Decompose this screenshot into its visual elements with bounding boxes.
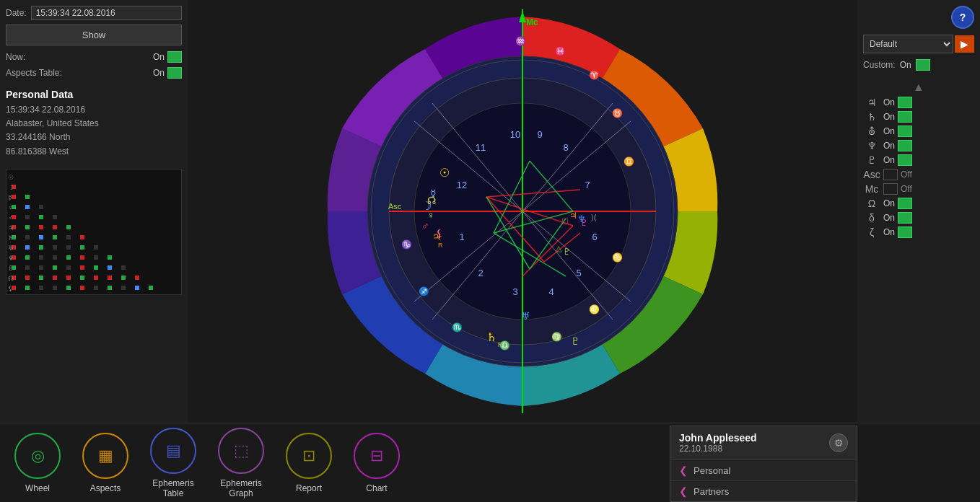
- planet-status-asc: Off: [901, 169, 912, 180]
- planet-toggle-empty-asc[interactable]: [883, 169, 898, 180]
- profile-personal-row[interactable]: ❮ Personal: [670, 459, 857, 480]
- aspects-table-toggle-indicator[interactable]: [167, 67, 182, 79]
- planet-toggle-pluto[interactable]: [898, 154, 912, 166]
- svg-text:♌: ♌: [589, 304, 600, 314]
- personal-data-location: Alabaster, United States: [6, 117, 182, 131]
- svg-text:10: 10: [510, 129, 520, 140]
- nav-item-report[interactable]: ⊡Report: [286, 433, 332, 493]
- planet-row-mc: McOff: [863, 183, 974, 195]
- planet-row-lilith: δOn: [863, 212, 974, 224]
- nav-items-container: ◎Wheel▦Aspects▤Ephemeris Table⬚Ephemeris…: [14, 428, 400, 498]
- planet-row-jupiter: ♃On: [863, 97, 974, 108]
- planet-status-node: On: [883, 198, 895, 208]
- aspects-grid: [6, 169, 182, 295]
- svg-text:12: 12: [457, 180, 467, 190]
- svg-text:□: □: [562, 216, 568, 226]
- nav-circle-chart: ⊟: [354, 433, 400, 479]
- nav-item-wheel[interactable]: ◎Wheel: [14, 433, 61, 493]
- planet-status-pluto: On: [883, 155, 895, 165]
- nav-item-ephemeris-table[interactable]: ▤Ephemeris Table: [150, 428, 196, 498]
- gear-button[interactable]: ⚙: [829, 433, 848, 452]
- nav-item-ephemeris-graph[interactable]: ⬚Ephemeris Graph: [218, 428, 264, 498]
- svg-text:5: 5: [576, 268, 581, 278]
- planet-row-uranus: ⛢On: [863, 126, 974, 137]
- default-row: Default ▶: [863, 35, 974, 53]
- show-button[interactable]: Show: [6, 25, 182, 45]
- now-value: On: [153, 52, 165, 62]
- planet-row-node: ΩOn: [863, 198, 974, 209]
- aspects-table-toggle-box[interactable]: On: [153, 67, 182, 79]
- svg-text:♇: ♇: [563, 247, 571, 257]
- now-toggle-box[interactable]: On: [153, 51, 182, 63]
- center-panel: 10 11 12 1 2 3 4 5 6 7 8 9 Mc Asc: [188, 0, 857, 423]
- now-label: Now:: [6, 52, 153, 62]
- planet-toggle-neptune[interactable]: [898, 140, 912, 151]
- planet-toggle-jupiter[interactable]: [898, 97, 912, 108]
- svg-text:♒: ♒: [515, 35, 526, 46]
- profile-partners-row[interactable]: ❮ Partners: [670, 480, 857, 501]
- divider-arrow: ▲: [863, 81, 974, 94]
- nav-circle-wheel: ◎: [14, 433, 61, 479]
- planet-toggle-saturn[interactable]: [898, 111, 912, 123]
- svg-text:4: 4: [548, 286, 554, 297]
- svg-text:R: R: [438, 242, 443, 249]
- planet-row-chiron: ζOn: [863, 226, 974, 238]
- personal-data-lon: 86.816388 West: [6, 145, 182, 159]
- planet-row-saturn: ♄On: [863, 111, 974, 123]
- profile-info: John Appleseed 22.10.1988: [679, 432, 757, 454]
- svg-text:♋: ♋: [612, 252, 623, 263]
- svg-text:2: 2: [478, 268, 483, 278]
- svg-text:♀: ♀: [427, 209, 435, 221]
- default-select[interactable]: Default: [863, 35, 953, 53]
- personal-data-datetime: 15:39:34 22.08.2016: [6, 103, 182, 117]
- date-label: Date:: [6, 8, 27, 18]
- svg-text:6: 6: [592, 232, 597, 242]
- planet-toggle-node[interactable]: [898, 198, 912, 209]
- svg-text:△: △: [556, 244, 562, 252]
- nav-circle-report: ⊡: [286, 433, 332, 479]
- svg-text:☉: ☉: [439, 167, 450, 179]
- nav-item-aspects[interactable]: ▦Aspects: [82, 433, 128, 493]
- svg-text:3: 3: [512, 286, 517, 297]
- bottom-nav: ◎Wheel▦Aspects▤Ephemeris Table⬚Ephemeris…: [0, 423, 980, 502]
- custom-label: Custom:: [863, 60, 896, 70]
- date-row: Date:: [6, 6, 182, 20]
- planet-toggle-lilith[interactable]: [898, 212, 912, 224]
- planet-symbol-asc: Asc: [863, 169, 880, 180]
- main-layout: Date: Show Now: On Aspects Table: On Per…: [0, 0, 980, 423]
- planet-symbol-jupiter: ♃: [863, 97, 880, 108]
- nav-circle-aspects: ▦: [82, 433, 128, 479]
- profile-name: John Appleseed: [679, 432, 757, 444]
- planet-symbol-uranus: ⛢: [863, 126, 880, 137]
- planet-status-jupiter: On: [883, 97, 895, 107]
- planet-symbol-neptune: ♆: [863, 140, 880, 151]
- nav-label-aspects: Aspects: [90, 483, 121, 493]
- profile-date: 22.10.1988: [679, 444, 757, 454]
- planet-status-saturn: On: [883, 112, 895, 122]
- wheel-container: 10 11 12 1 2 3 4 5 6 7 8 9 Mc Asc: [320, 9, 725, 413]
- planet-toggle-uranus[interactable]: [898, 126, 912, 137]
- default-arrow-button[interactable]: ▶: [955, 35, 974, 53]
- help-button[interactable]: ?: [951, 6, 974, 29]
- svg-text:☊: ☊: [427, 195, 436, 206]
- planet-toggle-chiron[interactable]: [898, 226, 912, 238]
- aspects-table-value: On: [153, 68, 165, 78]
- nav-circle-ephemeris-table: ▤: [150, 428, 196, 474]
- planet-status-neptune: On: [883, 141, 895, 151]
- svg-text:♊: ♊: [624, 156, 634, 167]
- now-toggle-indicator[interactable]: [167, 51, 182, 63]
- nav-item-chart[interactable]: ⊟Chart: [354, 433, 400, 493]
- svg-marker-25: [519, 11, 526, 22]
- svg-text:1: 1: [459, 232, 464, 242]
- wheel-svg: 10 11 12 1 2 3 4 5 6 7 8 9 Mc Asc: [320, 9, 725, 413]
- date-input[interactable]: [31, 6, 182, 20]
- svg-text:7: 7: [585, 180, 590, 190]
- planet-row-asc: AscOff: [863, 169, 974, 180]
- custom-toggle-indicator[interactable]: [916, 59, 930, 71]
- nav-label-report: Report: [296, 483, 322, 493]
- partners-chevron-icon: ❮: [679, 485, 688, 497]
- svg-text:⚸: ⚸: [436, 227, 443, 239]
- svg-text:)(: )(: [591, 213, 597, 221]
- planet-symbol-saturn: ♄: [863, 111, 880, 123]
- planet-toggle-empty-mc[interactable]: [883, 183, 898, 195]
